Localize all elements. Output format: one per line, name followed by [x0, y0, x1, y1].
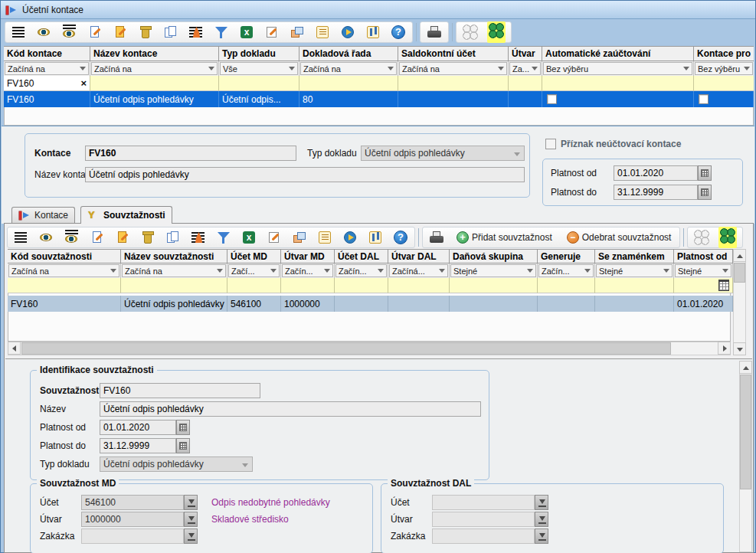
search-cell[interactable] — [509, 76, 542, 91]
filter-select-saldokontni-ucet[interactable]: Začíná na — [399, 62, 507, 75]
kontace-table-row-selected[interactable]: FV160 Účetní odpis pohledávky Účetní odp… — [4, 91, 754, 107]
lookup-button[interactable] — [535, 512, 548, 527]
pridat-souvztaznost-button[interactable]: Přidat souvztažnost — [453, 228, 555, 247]
column-header-utvar[interactable]: Útvar — [509, 46, 542, 61]
ucet-dal-field[interactable] — [432, 495, 535, 510]
print-icon[interactable] — [428, 229, 445, 246]
filter-select-kontace-pro[interactable]: Bez výběru — [695, 62, 753, 75]
kontace-field[interactable]: FV160 — [85, 146, 296, 161]
column-header-nazev-kontace[interactable]: Název kontace — [90, 46, 219, 61]
history-icon[interactable] — [339, 24, 356, 41]
search-cell[interactable] — [8, 278, 121, 293]
title-bar[interactable]: Účetní kontace — [1, 1, 755, 19]
column-header-kod-kontace[interactable]: Kód kontace — [4, 46, 90, 61]
column-header-typ-dokladu[interactable]: Typ dokladu — [219, 46, 299, 61]
lookup-button[interactable] — [184, 495, 198, 510]
scroll-left-arrow[interactable] — [8, 342, 21, 355]
calendar-button[interactable] — [698, 185, 712, 200]
calendar-button[interactable] — [176, 438, 190, 453]
column-header-dokladova-rada[interactable]: Dokladová řada — [299, 46, 398, 61]
column-header-kod-souvztaznosti[interactable]: Kód souvztažnosti — [8, 249, 121, 263]
scroll-up-arrow[interactable] — [733, 249, 746, 262]
priznak-checkbox[interactable] — [545, 139, 556, 149]
filter-select-automaticke-zauctovani[interactable]: Bez výběru — [543, 62, 692, 75]
layout-default-icon[interactable] — [693, 229, 710, 246]
platnost-do-field[interactable]: 31.12.9999 — [614, 185, 698, 200]
search-cell[interactable] — [595, 278, 674, 293]
filter-select[interactable]: Začín... — [335, 264, 387, 277]
date-picker-icon[interactable] — [718, 280, 729, 291]
lookup-button[interactable] — [535, 528, 548, 544]
column-header-saldokontni-ucet[interactable]: Saldokontní účet — [398, 46, 509, 61]
new-record-icon[interactable] — [89, 229, 106, 246]
filter-select[interactable]: Stejné — [450, 264, 536, 277]
edit-record-icon[interactable] — [114, 229, 131, 246]
nazev-field[interactable]: Účetní odpis pohledávky — [100, 401, 481, 417]
filter-icon[interactable] — [215, 229, 232, 246]
search-cell[interactable] — [388, 278, 450, 293]
settings-icon[interactable] — [365, 24, 381, 41]
typ-dokladu-select[interactable]: Účetní odpis pohledávky — [361, 146, 525, 161]
search-cell[interactable] — [121, 278, 227, 293]
scroll-thumb[interactable] — [734, 263, 745, 283]
filter-select-nazev-kontace[interactable]: Začíná na — [91, 62, 218, 75]
scroll-thumb[interactable] — [740, 375, 751, 489]
eye-preview-icon[interactable] — [38, 229, 55, 246]
checklist-icon[interactable] — [316, 229, 333, 246]
ucet-md-field[interactable]: 546100 — [81, 495, 184, 510]
column-header-se-znamenkem[interactable]: Se znaménkem — [595, 249, 674, 263]
search-cell[interactable] — [227, 278, 281, 293]
zakazka-md-field[interactable] — [81, 528, 184, 544]
quick-edit-icon[interactable] — [263, 24, 280, 41]
utvar-dal-field[interactable] — [432, 512, 535, 527]
calendar-button[interactable] — [698, 165, 712, 181]
column-header-danova-skupina[interactable]: Daňová skupina — [450, 249, 538, 263]
tab-souvztaznosti[interactable]: Souvztažnosti — [80, 206, 172, 224]
filter-select[interactable]: Stejné — [596, 264, 673, 277]
filter-icon[interactable] — [213, 24, 230, 41]
platnost-od-field[interactable]: 01.01.2020 — [100, 420, 176, 435]
scroll-down-arrow[interactable] — [733, 342, 746, 355]
eye-preview-icon[interactable] — [36, 24, 53, 41]
windows-icon[interactable] — [289, 24, 306, 41]
tab-kontace[interactable]: Kontace — [11, 207, 75, 223]
filter-select-utvar[interactable]: Za... — [509, 62, 541, 75]
scroll-up-arrow[interactable] — [739, 361, 752, 374]
scroll-thumb[interactable] — [21, 342, 671, 355]
filter-select[interactable]: Začíná na — [122, 264, 226, 277]
edit-record-icon[interactable] — [112, 24, 129, 41]
souvztaznosti-table-row-selected[interactable]: FV160 Účetní odpis pohledávky 546100 100… — [8, 296, 733, 312]
nazev-kontace-field[interactable]: Účetní odpis pohledávky — [85, 167, 525, 182]
history-icon[interactable] — [342, 229, 358, 246]
column-header-ucet-md[interactable]: Účet MD — [227, 249, 281, 263]
settings-icon[interactable] — [367, 229, 384, 246]
lookup-button[interactable] — [184, 512, 198, 527]
help-icon[interactable] — [392, 229, 409, 246]
column-header-utvar-md[interactable]: Útvar MD — [281, 249, 335, 263]
delete-record-icon[interactable] — [137, 24, 154, 41]
search-cell[interactable] — [281, 278, 335, 293]
automaticke-zauctovani-checkbox[interactable] — [547, 94, 557, 104]
checklist-icon[interactable] — [314, 24, 331, 41]
search-cell[interactable] — [542, 76, 694, 91]
group-by-icon[interactable] — [188, 24, 205, 41]
search-cell[interactable] — [219, 76, 299, 91]
kontace-pro-checkbox[interactable] — [699, 94, 709, 104]
filter-select-kod-kontace[interactable]: Začíná na — [5, 62, 89, 75]
eye-columns-icon[interactable] — [61, 24, 78, 41]
filter-select[interactable]: Začíná... — [389, 264, 448, 277]
group-by-icon[interactable] — [190, 229, 207, 246]
platnost-od-field[interactable]: 01.01.2020 — [614, 165, 698, 181]
layout-active-icon[interactable] — [488, 22, 505, 39]
filter-select-dokladova-rada[interactable]: Začíná na — [300, 62, 397, 75]
search-input[interactable]: FV160× — [4, 76, 90, 91]
typ-dokladu-select[interactable]: Účetní odpis pohledávky — [100, 456, 253, 472]
help-icon[interactable] — [390, 24, 407, 41]
column-header-ucet-dal[interactable]: Účet DAL — [335, 249, 388, 263]
filter-select-typ-dokladu[interactable]: Vše — [220, 62, 298, 75]
filter-select[interactable]: Stejné — [675, 264, 731, 277]
new-record-icon[interactable] — [87, 24, 103, 41]
menu-icon[interactable] — [11, 24, 28, 41]
search-cell-date[interactable] — [674, 278, 733, 293]
copy-record-icon[interactable] — [165, 229, 182, 246]
